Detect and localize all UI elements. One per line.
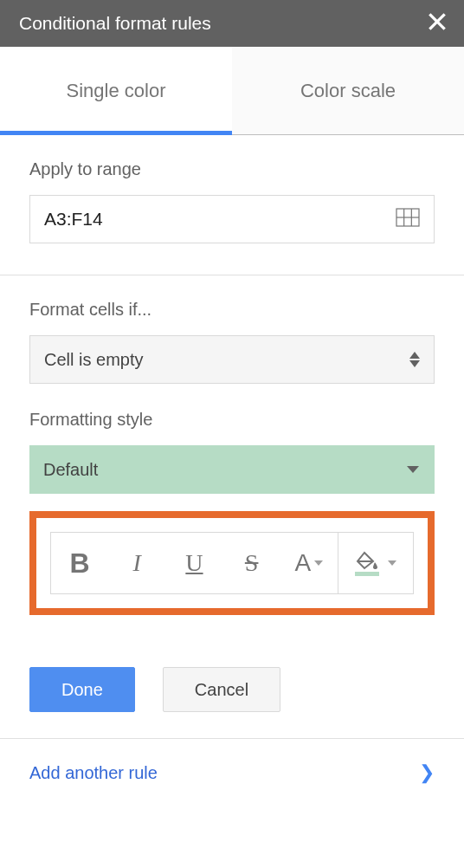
button-row: Done Cancel (0, 646, 464, 739)
condition-select[interactable]: Cell is empty (29, 335, 435, 384)
dropdown-caret-icon (407, 466, 419, 473)
style-selected: Default (43, 460, 98, 480)
fill-color-caret-icon (388, 560, 396, 566)
add-rule-label: Add another rule (29, 763, 158, 783)
bold-icon: B (70, 547, 90, 580)
bold-button[interactable]: B (51, 533, 108, 593)
range-section: Apply to range (0, 135, 464, 275)
text-color-button[interactable]: A (280, 533, 338, 593)
cancel-button[interactable]: Cancel (163, 667, 280, 712)
range-input[interactable] (44, 209, 396, 230)
italic-button[interactable]: I (108, 533, 165, 593)
underline-icon: U (185, 549, 203, 577)
select-caret-icon (409, 352, 420, 367)
strikethrough-button[interactable]: S (223, 533, 280, 593)
strikethrough-icon: S (245, 549, 259, 577)
tab-color-scale[interactable]: Color scale (232, 47, 464, 134)
panel-title: Conditional format rules (19, 13, 211, 34)
svg-marker-7 (409, 360, 420, 367)
format-section: Format cells if... Cell is empty Formatt… (0, 275, 464, 646)
grid-icon[interactable] (396, 208, 420, 230)
fill-color-button[interactable] (338, 533, 413, 593)
tab-single-color[interactable]: Single color (0, 47, 232, 134)
italic-icon: I (133, 549, 141, 577)
tab-color-scale-label: Color scale (300, 80, 396, 102)
close-icon[interactable] (426, 10, 448, 37)
tab-single-color-label: Single color (67, 80, 166, 102)
text-color-caret-icon (314, 560, 323, 566)
formatting-toolbar: B I U S A (50, 532, 414, 594)
tabs: Single color Color scale (0, 47, 464, 135)
style-dropdown[interactable]: Default (29, 445, 435, 494)
formatting-toolbar-highlight: B I U S A (29, 511, 435, 615)
underline-button[interactable]: U (165, 533, 222, 593)
svg-marker-6 (409, 352, 420, 359)
condition-selected: Cell is empty (44, 350, 143, 370)
panel-header: Conditional format rules (0, 0, 464, 47)
range-label: Apply to range (29, 159, 435, 179)
done-button[interactable]: Done (29, 667, 135, 712)
chevron-right-icon: ❯ (419, 761, 435, 784)
style-label: Formatting style (29, 410, 435, 430)
add-rule-link[interactable]: Add another rule ❯ (0, 739, 464, 806)
text-color-icon: A (295, 549, 312, 577)
range-input-wrap[interactable] (29, 195, 435, 243)
fill-color-icon (355, 551, 379, 576)
condition-label: Format cells if... (29, 300, 435, 320)
